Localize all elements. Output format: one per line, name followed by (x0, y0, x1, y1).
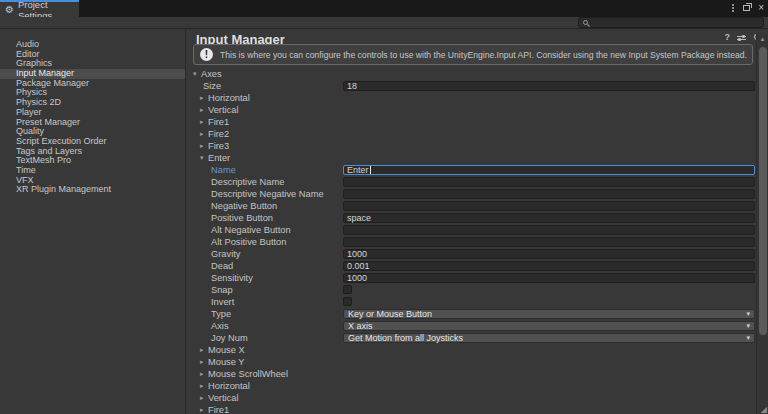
property-label-enter[interactable]: Enter (208, 153, 230, 163)
property-label-snap: Snap (211, 285, 233, 295)
info-icon: ! (200, 48, 213, 61)
text-field-descriptive-negative-name[interactable] (343, 189, 755, 199)
scrollbar-thumb[interactable] (759, 47, 767, 335)
foldout-closed-icon[interactable]: ▸ (200, 104, 208, 116)
tree-row-vertical: ▸Vertical (186, 104, 768, 116)
foldout-closed-icon[interactable]: ▸ (200, 92, 208, 104)
tree-row-axes: ▾Axes (186, 68, 768, 80)
text-field-sensitivity[interactable]: 1000 (343, 273, 755, 283)
tree-row-gravity: Gravity1000 (186, 248, 768, 260)
resize-grip-icon[interactable]: ◢ (761, 406, 767, 414)
foldout-closed-icon[interactable]: ▸ (200, 404, 208, 414)
foldout-closed-icon[interactable]: ▸ (200, 140, 208, 152)
tree-row-fire2: ▸Fire2 (186, 128, 768, 140)
text-field-gravity[interactable]: 1000 (343, 249, 755, 259)
tree-row-positive-button: Positive Buttonspace (186, 212, 768, 224)
tree-row-alt-positive-button: Alt Positive Button (186, 236, 768, 248)
foldout-closed-icon[interactable]: ▸ (200, 380, 208, 392)
property-label-negative-button: Negative Button (211, 201, 277, 211)
info-box: ! This is where you can configure the co… (193, 44, 753, 65)
project-settings-window: ⚙ Project Settings × AudioEditorGraphics… (0, 0, 768, 414)
dropdown-type[interactable]: Key or Mouse Button▾ (343, 309, 755, 319)
tree-row-invert: Invert (186, 296, 768, 308)
property-label-descriptive-negative-name: Descriptive Negative Name (211, 189, 324, 199)
tree-row-name: NameEnter (186, 164, 768, 176)
property-label-mouse-x[interactable]: Mouse X (208, 345, 245, 355)
property-label-fire1[interactable]: Fire1 (208, 117, 229, 127)
property-label-horizontal[interactable]: Horizontal (208, 381, 250, 391)
checkbox-container (343, 285, 755, 295)
foldout-open-icon[interactable]: ▾ (193, 68, 201, 80)
property-label-mouse-scrollwheel[interactable]: Mouse ScrollWheel (208, 369, 288, 379)
field-value: 18 (347, 81, 357, 91)
property-label-fire3[interactable]: Fire3 (208, 141, 229, 151)
checkbox-snap[interactable] (343, 285, 352, 294)
help-icon[interactable]: ? (724, 33, 730, 42)
close-icon[interactable]: × (758, 3, 764, 13)
field-value: 1000 (347, 249, 367, 259)
checkbox-invert[interactable] (343, 297, 352, 306)
property-label-joy-num: Joy Num (211, 333, 248, 343)
tab-bar: ⚙ Project Settings × (0, 0, 768, 17)
field-value: 1000 (347, 273, 367, 283)
text-field-descriptive-name[interactable] (343, 177, 755, 187)
tab-project-settings[interactable]: ⚙ Project Settings (0, 0, 79, 17)
tree-row-descriptive-name: Descriptive Name (186, 176, 768, 188)
sidebar-item-xr-plugin-management[interactable]: XR Plugin Management (0, 185, 185, 195)
dropdown-axis[interactable]: X axis▾ (343, 321, 755, 331)
property-label-mouse-y[interactable]: Mouse Y (208, 357, 245, 367)
text-field-negative-button[interactable] (343, 201, 755, 211)
tree-row-size: Size18 (186, 80, 768, 92)
text-field-name[interactable]: Enter (343, 165, 755, 175)
property-label-horizontal[interactable]: Horizontal (208, 93, 250, 103)
property-label-vertical[interactable]: Vertical (208, 105, 239, 115)
property-label-axes[interactable]: Axes (201, 69, 222, 79)
foldout-closed-icon[interactable]: ▸ (200, 116, 208, 128)
text-field-alt-negative-button[interactable] (343, 225, 755, 235)
text-field-size[interactable]: 18 (343, 81, 755, 91)
field-value: space (347, 213, 371, 223)
tree-row-fire3: ▸Fire3 (186, 140, 768, 152)
tree-row-joy-num: Joy NumGet Motion from all Joysticks▾ (186, 332, 768, 344)
scroll-up-icon[interactable]: ▲ (757, 36, 768, 42)
dropdown-joy-num[interactable]: Get Motion from all Joysticks▾ (343, 333, 755, 343)
maximize-icon[interactable] (743, 5, 750, 11)
tree-row-snap: Snap (186, 284, 768, 296)
foldout-closed-icon[interactable]: ▸ (200, 344, 208, 356)
tree-row-fire1: ▸Fire1 (186, 404, 768, 414)
search-icon (583, 20, 588, 25)
property-label-size: Size (203, 81, 221, 91)
property-label-fire2[interactable]: Fire2 (208, 129, 229, 139)
menu-kebab-icon[interactable] (731, 3, 735, 13)
tree-row-axis: AxisX axis▾ (186, 320, 768, 332)
search-input[interactable] (578, 17, 764, 28)
input-manager-panel: Input Manager ? ⚙ ! This is where you ca… (186, 29, 768, 414)
text-field-positive-button[interactable]: space (343, 213, 755, 223)
vertical-scrollbar[interactable]: ▲ (756, 33, 768, 414)
tree-row-type: TypeKey or Mouse Button▾ (186, 308, 768, 320)
foldout-closed-icon[interactable]: ▸ (200, 128, 208, 140)
dropdown-arrow-icon: ▾ (746, 310, 750, 318)
property-label-positive-button: Positive Button (211, 213, 273, 223)
foldout-closed-icon[interactable]: ▸ (200, 368, 208, 380)
field-value: 0.001 (347, 261, 370, 271)
field-value: Enter (347, 165, 369, 175)
property-label-axis: Axis (211, 321, 229, 331)
text-field-alt-positive-button[interactable] (343, 237, 755, 247)
checkbox-container (343, 297, 755, 307)
property-label-fire1[interactable]: Fire1 (208, 405, 229, 414)
foldout-open-icon[interactable]: ▾ (200, 152, 208, 164)
property-label-alt-negative-button: Alt Negative Button (211, 225, 291, 235)
tree-row-vertical: ▸Vertical (186, 392, 768, 404)
foldout-closed-icon[interactable]: ▸ (200, 356, 208, 368)
text-field-dead[interactable]: 0.001 (343, 261, 755, 271)
foldout-closed-icon[interactable]: ▸ (200, 392, 208, 404)
dropdown-value: Key or Mouse Button (348, 309, 746, 319)
info-text: This is where you can configure the cont… (220, 50, 747, 60)
preset-icon[interactable] (737, 34, 746, 42)
text-caret (370, 166, 371, 174)
property-label-type: Type (211, 309, 231, 319)
property-label-sensitivity: Sensitivity (211, 273, 253, 283)
property-label-vertical[interactable]: Vertical (208, 393, 239, 403)
sidebar-list: AudioEditorGraphicsInput ManagerPackage … (0, 40, 185, 195)
